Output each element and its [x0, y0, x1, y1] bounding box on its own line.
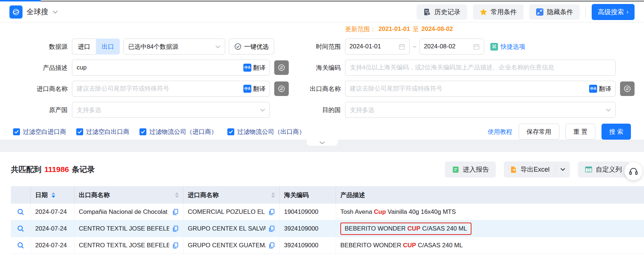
chevron-down-icon [52, 10, 58, 14]
results-table: 日期 出口商名称 进口商名称 海关编码 产品描述 2024-0 [11, 186, 644, 254]
tutorial-link[interactable]: 使用教程 [488, 128, 513, 136]
filter-logistics-exporter[interactable]: 过滤物流公司（出口商） [227, 128, 305, 136]
start-date-picker[interactable]: 2024-01-01 [345, 39, 410, 55]
row-importer-name[interactable]: GRUPO CENTEX GUATEMA [188, 242, 266, 249]
enter-report-label: 进入报告 [463, 165, 489, 174]
search-button[interactable]: 搜 索 [602, 124, 631, 140]
results-count: 111986 [44, 165, 69, 174]
header-importer[interactable]: 进口商名称 [183, 186, 280, 204]
import-export-toggle: 进口 出口 [72, 39, 120, 55]
row-importer-name[interactable]: COMERCIAL POZUELO EL S [188, 208, 266, 216]
synonym-expand-button[interactable] [274, 81, 289, 96]
update-range-start: 2021-01-01 [378, 25, 410, 33]
table-row[interactable]: 2024-07-24 Compañia Nacional de Chocolat… [11, 204, 644, 220]
copy-icon[interactable] [268, 242, 275, 249]
import-tab[interactable]: 进口 [72, 39, 96, 55]
translate-icon: 中A [589, 85, 597, 93]
row-exporter-name[interactable]: CENTRO TEXTIL JOSE BEFELER S. [79, 225, 169, 232]
collapse-form-tab[interactable] [306, 140, 338, 146]
translate-button[interactable]: 中A 翻译 [589, 85, 611, 93]
form-left-column: 数据源 进口 出口 已选中84个数据源 一键优选 产品描述 [9, 25, 299, 118]
custom-columns-button[interactable]: 自定义列 [578, 161, 629, 177]
header-date[interactable]: 日期 [31, 186, 74, 204]
synonym-expand-button[interactable] [274, 60, 289, 75]
translate-button[interactable]: 中A 翻译 [243, 85, 266, 93]
exporter-name-input[interactable] [345, 85, 589, 92]
origin-country-select[interactable]: 支持多选 [72, 102, 270, 118]
data-source-select[interactable]: 已选中84个数据源 [123, 39, 225, 55]
table-row[interactable]: 2024-07-24 CENTRO TEXTIL JOSE BEFELER S.… [11, 220, 644, 237]
time-range-label: 时间范围 [299, 43, 341, 51]
sort-icon[interactable] [175, 192, 179, 198]
summary-prefix: 共匹配到 [11, 164, 41, 175]
header-exporter[interactable]: 出口商名称 [74, 186, 183, 204]
export-excel-button[interactable]: 导出Excel [504, 161, 555, 177]
one-click-optimize-button[interactable]: 一键优选 [229, 39, 274, 55]
favorites-button[interactable]: 常用条件 [473, 4, 523, 20]
export-options-caret[interactable] [556, 161, 570, 177]
filter-blank-importer[interactable]: 过滤空白进口商 [13, 128, 66, 136]
row-product-description: Tosh Avena Cup Vainilla 40g 16x40g MTS [340, 208, 456, 216]
app-switcher[interactable]: 全球搜 [9, 5, 58, 19]
importer-name-label: 进口商名称 [9, 85, 68, 93]
synonym-expand-button[interactable] [620, 81, 635, 96]
importer-name-input[interactable] [72, 85, 243, 92]
star-icon [479, 8, 487, 16]
chevron-down-icon [606, 108, 611, 112]
matched-keyword: Cup [374, 208, 386, 216]
translate-label: 翻译 [253, 64, 266, 72]
row-exporter-name[interactable]: CENTRO TEXTIL JOSE BEFELER S. [79, 242, 169, 249]
copy-icon[interactable] [172, 225, 179, 232]
view-detail-icon[interactable] [17, 242, 24, 249]
product-desc-input[interactable] [72, 64, 243, 71]
product-desc-label: 产品描述 [9, 64, 68, 72]
time-range-row: 时间范围 2024-01-01 – 2024-08-02 ⌘ 快捷选项 [299, 39, 635, 55]
reset-button[interactable]: 重 置 [566, 124, 596, 140]
view-detail-icon[interactable] [17, 225, 24, 232]
hs-code-input[interactable] [345, 64, 615, 71]
save-common-button[interactable]: 保存常用 [519, 124, 559, 140]
sort-icon[interactable] [52, 192, 55, 198]
translate-label: 翻译 [599, 85, 611, 93]
form-actions: 使用教程 保存常用 重 置 搜 索 [488, 124, 631, 140]
table-row[interactable]: 2024-07-24 CENTRO TEXTIL JOSE BEFELER S.… [11, 237, 644, 254]
advanced-search-button[interactable]: 高级搜索 › [592, 4, 635, 20]
dest-country-select[interactable]: 支持多选 [345, 102, 616, 118]
history-button[interactable]: 历史记录 [417, 4, 467, 20]
copy-icon[interactable] [172, 242, 179, 249]
quick-options-link[interactable]: ⌘ 快捷选项 [490, 43, 525, 51]
results-summary: 共匹配到 111986 条记录 [11, 164, 95, 175]
copy-icon[interactable] [172, 209, 179, 215]
hide-conditions-button[interactable]: 隐藏条件 [529, 4, 580, 20]
translate-button[interactable]: 中A 翻译 [243, 64, 266, 72]
filter-logistics-importer[interactable]: 过滤物流公司（进口商） [139, 128, 217, 136]
filter-blank-exporter[interactable]: 过滤空白出口商 [76, 128, 129, 136]
enter-report-button[interactable]: 进入报告 [445, 161, 496, 177]
row-importer-name[interactable]: GRUPO CENTEX EL SALVAD [188, 225, 266, 232]
sort-icon[interactable] [271, 192, 275, 198]
copy-icon[interactable] [268, 225, 275, 232]
product-desc-row: 产品描述 中A 翻译 [9, 60, 299, 76]
copy-icon[interactable] [268, 209, 275, 215]
export-excel-group: 导出Excel [504, 161, 570, 177]
table-body: 2024-07-24 Compañia Nacional de Chocolat… [11, 204, 644, 254]
row-date: 2024-07-24 [31, 220, 74, 237]
dest-country-row: 目的国 支持多选 [299, 102, 635, 118]
end-date-picker[interactable]: 2024-08-02 [420, 39, 484, 55]
view-detail-icon[interactable] [17, 208, 24, 216]
chevron-down-icon [215, 45, 220, 48]
dest-country-placeholder: 支持多选 [350, 106, 374, 114]
header-label: 日期 [35, 191, 48, 199]
export-tab[interactable]: 出口 [96, 39, 120, 55]
row-exporter-name[interactable]: Compañia Nacional de Chocolat [79, 208, 169, 216]
swap-circle-icon [277, 63, 286, 72]
header-detail-column [11, 186, 31, 204]
origin-country-label: 原产国 [9, 106, 68, 114]
translate-icon: 中A [243, 64, 251, 72]
support-headset-button[interactable] [624, 162, 643, 180]
data-source-selected-value: 已选中84个数据源 [128, 43, 178, 51]
filter-label: 过滤空白出口商 [86, 128, 129, 136]
command-icon: ⌘ [490, 43, 498, 51]
hs-code-row: 海关编码 [299, 60, 635, 76]
update-range-end: 2024-08-02 [421, 25, 453, 33]
